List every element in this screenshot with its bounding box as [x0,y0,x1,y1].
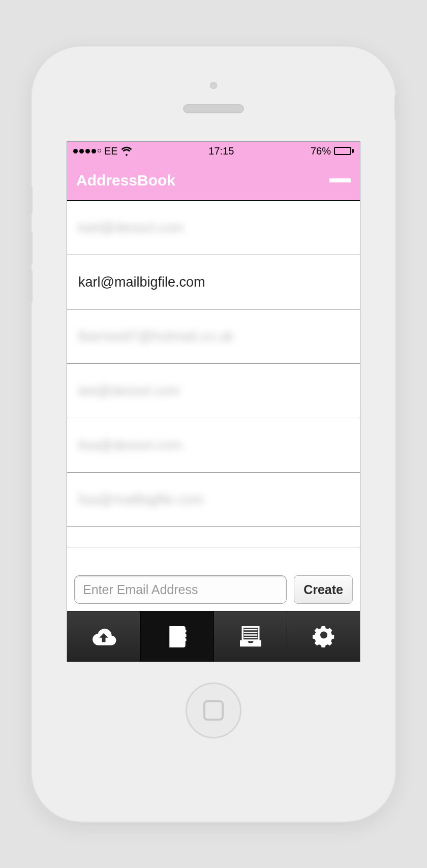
volume-down [28,270,33,303]
contact-list[interactable]: karl@dessol.com karl@mailbigfile.com lba… [67,201,360,568]
contact-email: karl@mailbigfile.com [78,274,205,290]
battery-pct-label: 76% [311,145,331,157]
inbox-tray-icon [236,623,265,651]
home-square-icon [203,700,224,721]
list-item[interactable]: lisa@dessol.com [67,418,360,473]
wifi-icon [121,145,132,157]
phone-frame: EE 17:15 76% AddressBook [30,45,396,823]
tab-inbox[interactable] [214,611,287,662]
list-item[interactable]: karl@dessol.com [67,201,360,255]
home-button[interactable] [186,683,241,738]
front-camera [210,82,217,89]
tab-contacts[interactable] [140,611,214,662]
create-button[interactable]: Create [294,575,353,604]
list-item[interactable]: lisa@mailbigfile.com [67,473,360,527]
collapse-icon[interactable] [329,178,351,182]
list-item-empty [67,527,360,547]
battery-icon [334,147,354,155]
list-item[interactable]: lee@dessol.com [67,364,360,418]
tab-upload[interactable] [67,611,140,662]
contact-email: lee@dessol.com [78,383,180,399]
cloud-upload-icon [89,623,118,651]
signal-dots-icon [73,149,101,153]
carrier-label: EE [104,145,118,157]
list-item[interactable]: karl@mailbigfile.com [67,255,360,309]
tab-settings[interactable] [287,611,360,662]
page-title: AddressBook [76,172,175,189]
address-book-icon [163,623,192,651]
volume-up [28,232,33,265]
clock-label: 17:15 [208,145,234,157]
contact-email: karl@dessol.com [78,220,184,236]
tab-bar [67,611,360,662]
power-button [394,95,399,120]
status-bar: EE 17:15 76% [67,142,360,160]
mute-switch [28,186,33,214]
screen: EE 17:15 76% AddressBook [67,141,360,662]
contact-email: lbarnes87@hotmail.co.uk [78,329,233,345]
gear-icon [310,623,338,651]
status-left: EE [73,145,132,157]
app-header-bg: EE 17:15 76% AddressBook [67,142,360,201]
email-field[interactable] [74,575,287,604]
content: karl@dessol.com karl@mailbigfile.com lba… [67,201,360,662]
contact-email: lisa@dessol.com [78,438,182,453]
status-right: 76% [311,145,354,157]
add-contact-bar: Create [67,568,360,611]
phone-speaker [183,104,244,113]
nav-header: AddressBook [67,160,360,201]
contact-email: lisa@mailbigfile.com [78,492,203,508]
list-item[interactable]: lbarnes87@hotmail.co.uk [67,309,360,364]
